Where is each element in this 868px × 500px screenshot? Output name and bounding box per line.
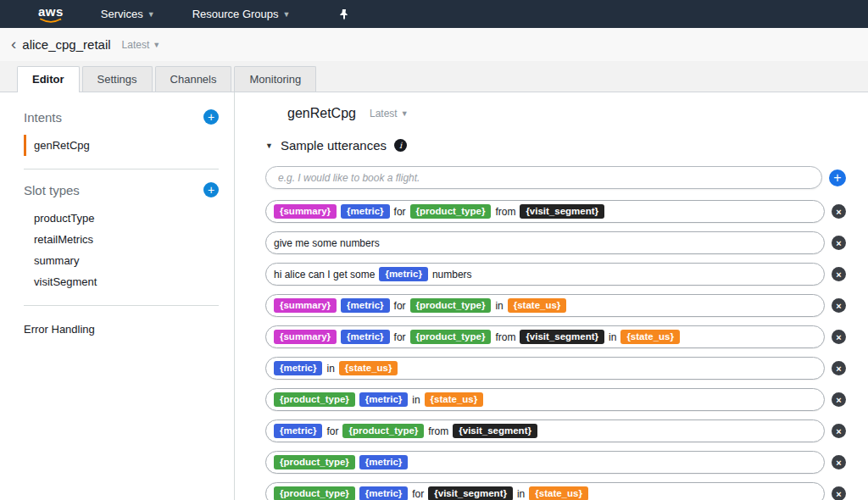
utterance-text: from: [495, 331, 515, 343]
nav-services[interactable]: Services ▼: [101, 8, 155, 20]
sidebar-item-summary[interactable]: summary: [24, 250, 219, 271]
intent-version-label: Latest: [370, 108, 398, 119]
slot-chip-product_type[interactable]: {product_type}: [410, 204, 492, 219]
slot-chip-summary[interactable]: {summary}: [274, 330, 337, 345]
utterance-text-box[interactable]: {product_type}{metric}: [265, 451, 825, 474]
utterance-text: in: [495, 300, 503, 312]
utterance-row: {summary}{metric}for{product_type}from{v…: [265, 200, 846, 223]
tab-channels[interactable]: Channels: [155, 66, 232, 92]
tab-editor[interactable]: Editor: [17, 66, 80, 92]
remove-utterance-button[interactable]: ×: [832, 204, 846, 219]
utterance-text-box[interactable]: give me some numbers: [265, 231, 825, 254]
slot-chip-metric[interactable]: {metric}: [341, 204, 389, 219]
slot-chip-summary[interactable]: {summary}: [274, 204, 337, 219]
slot-chip-product_type[interactable]: {product_type}: [274, 455, 355, 470]
slot-chip-visit_segment[interactable]: {visit_segment}: [453, 424, 537, 439]
slot-chip-state_us[interactable]: {state_us}: [425, 392, 484, 408]
remove-utterance-button[interactable]: ×: [832, 298, 846, 313]
utterance-text: in: [517, 488, 525, 500]
slot-chip-metric[interactable]: {metric}: [341, 330, 389, 345]
utterance-text-box[interactable]: {metric}in{state_us}: [265, 357, 825, 380]
tab-monitoring[interactable]: Monitoring: [234, 66, 316, 92]
utterance-text-box[interactable]: hi alice can I get some{metric}numbers: [265, 263, 825, 286]
new-utterance-row: +: [265, 166, 846, 189]
slot-chip-metric[interactable]: {metric}: [359, 392, 408, 408]
slot-chip-metric[interactable]: {metric}: [359, 486, 408, 500]
utterance-row: {summary}{metric}for{product_type}from{v…: [265, 325, 846, 348]
sidebar-item-producttype[interactable]: productType: [24, 208, 219, 229]
add-intent-button[interactable]: +: [203, 109, 219, 125]
content-area: Intents + genRetCpg Slot types + product…: [0, 92, 868, 500]
slot-chip-state_us[interactable]: {state_us}: [529, 486, 588, 500]
add-slot-type-button[interactable]: +: [203, 182, 219, 197]
remove-utterance-button[interactable]: ×: [832, 361, 846, 375]
utterance-text: from: [428, 425, 448, 437]
sidebar-item-visitsegment[interactable]: visitSegment: [24, 271, 219, 292]
utterance-text: for: [326, 425, 338, 437]
slot-chip-summary[interactable]: {summary}: [274, 298, 337, 314]
utterance-input[interactable]: [265, 166, 822, 189]
intents-section-header: Intents +: [24, 109, 219, 125]
utterance-text: from: [495, 206, 515, 218]
bot-title: alice_cpg_retail: [22, 37, 110, 52]
intent-version-dropdown[interactable]: Latest ▼: [370, 108, 409, 119]
sidebar: Intents + genRetCpg Slot types + product…: [0, 92, 235, 500]
sidebar-item-genretcpg[interactable]: genRetCpg: [24, 135, 219, 156]
utterance-text-box[interactable]: {summary}{metric}for{product_type}from{v…: [265, 200, 825, 223]
utterance-text-box[interactable]: {summary}{metric}for{product_type}from{v…: [265, 325, 825, 348]
bot-version-dropdown[interactable]: Latest ▼: [122, 39, 161, 51]
slot-chip-visit_segment[interactable]: {visit_segment}: [428, 486, 513, 500]
remove-utterance-button[interactable]: ×: [832, 392, 846, 407]
divider: [24, 169, 219, 169]
divider: [24, 305, 219, 306]
chevron-down-icon: ▼: [401, 109, 409, 118]
nav-resource-groups[interactable]: Resource Groups ▼: [192, 8, 291, 20]
slot-chip-metric[interactable]: {metric}: [379, 267, 427, 282]
slot-chip-visit_segment[interactable]: {visit_segment}: [520, 204, 604, 219]
utterance-text-box[interactable]: {product_type}{metric}in{state_us}: [265, 388, 825, 411]
remove-utterance-button[interactable]: ×: [832, 330, 846, 344]
utterance-text: numbers: [432, 269, 472, 281]
slot-chip-state_us[interactable]: {state_us}: [508, 298, 567, 314]
chevron-down-icon: ▼: [153, 41, 160, 49]
utterance-text-box[interactable]: {product_type}{metric}for{visit_segment}…: [265, 482, 825, 500]
sidebar-item-error-handling[interactable]: Error Handling: [24, 319, 219, 340]
tab-settings[interactable]: Settings: [82, 66, 153, 92]
remove-utterance-button[interactable]: ×: [832, 424, 846, 438]
slot-chip-metric[interactable]: {metric}: [359, 455, 408, 470]
slot-chip-metric[interactable]: {metric}: [274, 361, 322, 376]
slot-chip-state_us[interactable]: {state_us}: [620, 330, 680, 345]
back-chevron-icon[interactable]: ‹: [11, 36, 16, 54]
chevron-down-icon: ▼: [147, 10, 155, 19]
remove-utterance-button[interactable]: ×: [832, 267, 846, 281]
add-utterance-button[interactable]: +: [829, 169, 846, 186]
slot-chip-product_type[interactable]: {product_type}: [274, 392, 355, 408]
remove-utterance-button[interactable]: ×: [832, 486, 846, 500]
bot-version-label: Latest: [122, 39, 150, 51]
nav-services-label: Services: [101, 8, 143, 20]
slot-chip-product_type[interactable]: {product_type}: [342, 424, 424, 439]
utterance-text: for: [412, 488, 424, 500]
info-icon[interactable]: i: [394, 139, 407, 152]
slot-chip-product_type[interactable]: {product_type}: [410, 330, 492, 345]
utterance-text-box[interactable]: {summary}{metric}for{product_type}in{sta…: [265, 294, 825, 317]
utterance-row: {summary}{metric}for{product_type}in{sta…: [265, 294, 846, 317]
remove-utterance-button[interactable]: ×: [832, 455, 846, 469]
slot-chip-product_type[interactable]: {product_type}: [274, 486, 355, 500]
slot-chip-state_us[interactable]: {state_us}: [339, 361, 398, 376]
utterance-text-box[interactable]: {metric}for{product_type}from{visit_segm…: [265, 419, 825, 442]
utterance-list: {summary}{metric}for{product_type}from{v…: [265, 200, 846, 500]
slot-chip-visit_segment[interactable]: {visit_segment}: [520, 330, 604, 345]
remove-utterance-button[interactable]: ×: [832, 236, 846, 250]
intent-editor-panel: genRetCpg Latest ▼ ▼ Sample utterances i…: [235, 92, 868, 500]
slot-chip-product_type[interactable]: {product_type}: [410, 298, 492, 314]
slot-chip-metric[interactable]: {metric}: [341, 298, 389, 314]
slot-types-section-header: Slot types +: [24, 182, 219, 197]
slot-chip-metric[interactable]: {metric}: [274, 424, 322, 439]
collapse-triangle-icon[interactable]: ▼: [265, 142, 273, 150]
nav-resource-groups-label: Resource Groups: [192, 8, 279, 20]
sidebar-item-retailmetrics[interactable]: retailMetrics: [24, 229, 219, 250]
aws-logo[interactable]: aws: [38, 5, 64, 24]
intent-title-row: genRetCpg Latest ▼: [287, 106, 846, 121]
pin-icon[interactable]: [339, 8, 349, 20]
